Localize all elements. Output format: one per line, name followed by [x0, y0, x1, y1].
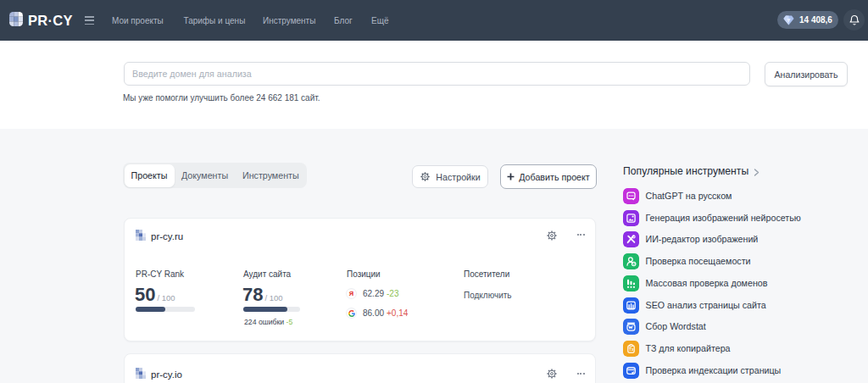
svg-text:Тз: Тз — [629, 347, 634, 352]
